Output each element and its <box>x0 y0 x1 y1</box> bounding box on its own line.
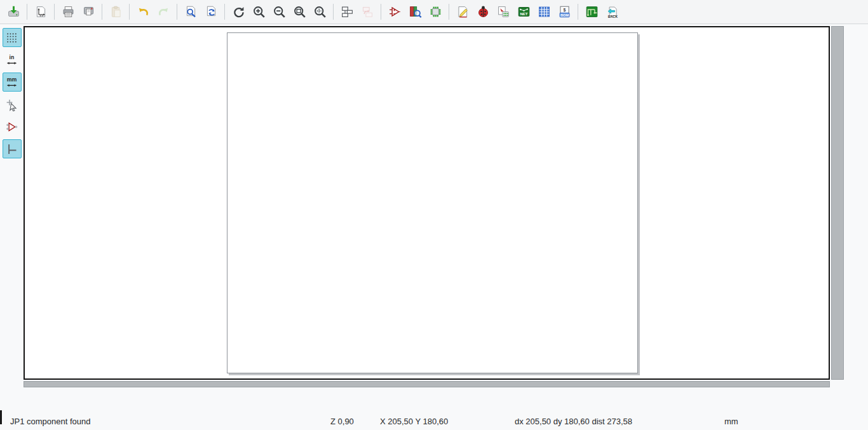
paste-icon <box>109 5 123 18</box>
toolbar-separator <box>129 4 130 20</box>
vertical-scrollbar[interactable] <box>831 26 844 380</box>
pcbnew-icon <box>585 5 599 18</box>
zoom-out-icon <box>273 5 286 18</box>
netlist-icon: NET <box>517 5 531 18</box>
toolbar-separator <box>27 4 27 20</box>
toolbar-separator <box>578 4 578 20</box>
zoom-fit-icon <box>293 5 306 18</box>
schematic-sheet <box>227 32 638 373</box>
plot-icon <box>82 5 95 18</box>
horizontal-scrollbar[interactable] <box>24 381 830 387</box>
units-mm-icon: mm <box>5 76 18 89</box>
zoom-fit-button[interactable] <box>290 3 309 22</box>
plot-button[interactable] <box>79 3 98 22</box>
toolbar-separator <box>54 4 55 20</box>
toolbar-separator <box>102 4 102 20</box>
schematic-drawing <box>227 33 637 373</box>
assign-footprints-icon <box>497 5 510 18</box>
print-icon <box>62 5 75 18</box>
svg-text:BOM: BOM <box>560 13 569 17</box>
bom-button[interactable]: $BOM <box>555 3 574 22</box>
pcbnew-button[interactable] <box>582 3 601 22</box>
find-replace-button[interactable] <box>201 3 220 22</box>
units-in-button[interactable]: in <box>3 50 22 69</box>
symbol-browser-button[interactable] <box>405 3 424 22</box>
footprint-editor-icon <box>429 5 442 18</box>
status-message: JP1 component found <box>10 417 90 426</box>
find-icon <box>184 5 198 18</box>
cursor-shape-button[interactable] <box>3 95 22 114</box>
status-position: X 205,50 Y 180,60 <box>380 417 448 426</box>
hidden-pins-button[interactable] <box>3 117 22 136</box>
status-delta: dx 205,50 dy 180,60 dist 273,58 <box>515 417 632 426</box>
page-settings-button[interactable] <box>31 3 50 22</box>
statusbar-grip <box>0 410 2 424</box>
top-toolbar: NET$BOMBACK <box>0 0 868 24</box>
status-zoom: Z 0,90 <box>330 417 354 426</box>
toolbar-separator <box>449 4 449 20</box>
find-replace-icon <box>205 5 218 18</box>
units-mm-button[interactable]: mm <box>3 73 22 92</box>
erc-button[interactable] <box>473 3 492 22</box>
units-in-icon: in <box>5 53 18 67</box>
cursor-shape-icon <box>5 98 18 111</box>
toolbar-separator <box>381 4 381 20</box>
zoom-out-button[interactable] <box>269 3 288 22</box>
svg-text:NET: NET <box>520 11 527 16</box>
undo-button[interactable] <box>133 3 153 22</box>
assign-footprints-button[interactable] <box>494 3 513 22</box>
redraw-button[interactable] <box>229 3 248 22</box>
annotate-icon <box>456 5 470 18</box>
grid-icon <box>5 31 18 45</box>
zoom-selection-button[interactable] <box>310 3 329 22</box>
netlist-button[interactable]: NET <box>514 3 533 22</box>
redo-button[interactable] <box>154 3 173 22</box>
zoom-in-icon <box>252 5 266 18</box>
undo-icon <box>137 5 150 18</box>
hidden-pins-icon <box>5 120 18 134</box>
hierarchy-navigator-icon <box>341 5 354 18</box>
toolbar-separator <box>177 4 177 20</box>
paste-button[interactable] <box>106 3 125 22</box>
svg-text:$: $ <box>563 8 566 13</box>
symbol-editor-icon <box>388 5 402 18</box>
footprint-editor-button[interactable] <box>426 3 445 22</box>
redraw-icon <box>232 5 245 18</box>
left-toolbar: inmm <box>0 25 24 410</box>
find-button[interactable] <box>181 3 200 22</box>
save-icon <box>7 5 20 18</box>
status-bar: JP1 component found Z 0,90 X 205,50 Y 18… <box>0 407 868 430</box>
svg-text:BACK: BACK <box>607 15 617 18</box>
toolbar-separator <box>224 4 225 20</box>
fields-table-button[interactable] <box>534 3 553 22</box>
save-button[interactable] <box>4 3 23 22</box>
erc-icon <box>477 5 490 18</box>
grid-button[interactable] <box>3 28 22 47</box>
redo-icon <box>157 5 170 18</box>
bom-icon: $BOM <box>558 5 571 18</box>
symbol-browser-icon <box>409 5 422 18</box>
zoom-in-button[interactable] <box>249 3 268 22</box>
status-units: mm <box>724 417 738 426</box>
hierarchy-navigator-button[interactable] <box>337 3 356 22</box>
print-button[interactable] <box>58 3 78 22</box>
hv-orientation-icon <box>5 142 18 156</box>
symbol-editor-button[interactable] <box>385 3 404 22</box>
fields-table-icon <box>538 5 551 18</box>
svg-text:mm: mm <box>7 76 17 83</box>
page-settings-icon <box>34 5 48 18</box>
zoom-selection-icon <box>313 5 327 18</box>
back-import-icon: BACK <box>606 5 619 18</box>
schematic-canvas[interactable] <box>24 26 830 380</box>
back-import-button[interactable]: BACK <box>602 3 621 22</box>
hv-orientation-button[interactable] <box>3 139 22 158</box>
svg-text:in: in <box>10 54 15 60</box>
leave-sheet-icon <box>361 5 374 18</box>
annotate-button[interactable] <box>453 3 472 22</box>
leave-sheet-button[interactable] <box>358 3 377 22</box>
toolbar-separator <box>333 4 334 20</box>
eeschema-window: NET$BOMBACK inmm JP1 component found Z 0… <box>0 0 868 430</box>
